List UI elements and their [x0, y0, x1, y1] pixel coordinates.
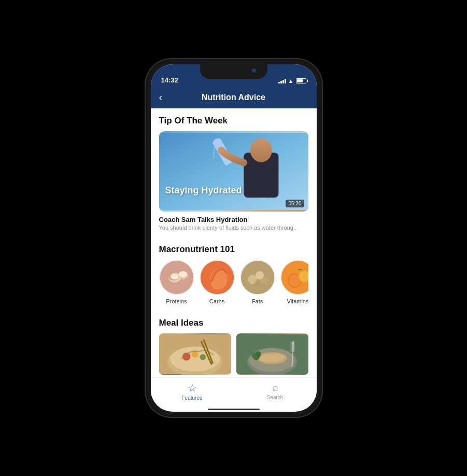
signal-icon: [278, 78, 286, 83]
status-icons: ▲: [278, 78, 306, 84]
svg-point-38: [255, 351, 261, 357]
svg-rect-0: [159, 133, 308, 210]
svg-point-18: [256, 271, 264, 279]
macro-label-fats: Fats: [252, 298, 263, 304]
macro-scroll-list: Proteins Carbs: [159, 260, 308, 306]
battery-icon: [296, 78, 306, 83]
tip-section-title: Tip Of The Week: [159, 116, 308, 126]
meal-section-title: Meal Ideas: [159, 318, 308, 328]
macro-circle-proteins: [159, 260, 194, 295]
home-indicator: [151, 409, 317, 412]
meal-section: Meal Ideas: [151, 311, 317, 377]
status-time: 14:32: [161, 76, 178, 84]
svg-point-9: [171, 273, 179, 279]
macro-item-carbs[interactable]: Carbs: [200, 260, 235, 304]
tab-search-label: Search: [267, 395, 284, 400]
tab-search[interactable]: ⌕ Search: [234, 382, 317, 401]
svg-point-10: [179, 271, 187, 277]
front-camera: [252, 68, 256, 73]
video-title: Coach Sam Talks Hydration: [159, 216, 308, 223]
meal-img-fodmap: [159, 333, 231, 375]
main-content: Tip Of The Week: [151, 108, 317, 377]
svg-point-2: [250, 138, 272, 162]
macro-label-proteins: Proteins: [166, 298, 187, 304]
macro-circle-vitamins: [280, 260, 308, 295]
phone-screen: 14:32 ▲ ‹ Nutrition Advice: [151, 64, 317, 412]
tip-section: Tip Of The Week: [151, 108, 317, 237]
meal-img-mediterranean: [236, 333, 308, 375]
tab-bar: ☆ Featured ⌕ Search: [151, 377, 317, 409]
tab-featured[interactable]: ☆ Featured: [151, 382, 234, 401]
macro-circle-fats: [240, 260, 275, 295]
meal-item-low-fodmap[interactable]: Low Fodmap: [159, 333, 231, 377]
macro-section-title: Macronutrient 101: [159, 244, 308, 255]
tab-featured-label: Featured: [181, 395, 202, 401]
featured-icon: ☆: [188, 382, 197, 394]
page-title: Nutrition Advice: [172, 93, 296, 102]
video-description: You should drink plenty of fluids such a…: [159, 225, 308, 231]
video-overlay-text: Staying Hydrated: [165, 185, 242, 196]
meal-grid: Low Fodmap: [159, 333, 308, 377]
meal-item-mediterranean[interactable]: Mediterranean: [236, 333, 308, 377]
video-meta: Coach Sam Talks Hydration You should dri…: [159, 212, 308, 233]
search-icon: ⌕: [272, 382, 278, 394]
back-button[interactable]: ‹: [159, 91, 172, 103]
macro-item-vitamins[interactable]: Vitamins: [280, 260, 308, 304]
macro-label-carbs: Carbs: [209, 298, 224, 304]
video-duration: 05:20: [286, 200, 304, 207]
svg-point-29: [200, 354, 206, 360]
svg-point-26: [170, 347, 220, 372]
video-card[interactable]: Staying Hydrated 05:20: [159, 131, 308, 212]
video-thumbnail: Staying Hydrated 05:20: [159, 131, 308, 212]
navigation-bar: ‹ Nutrition Advice: [151, 87, 317, 108]
macro-section: Macronutrient 101: [151, 237, 317, 311]
wifi-icon: ▲: [288, 78, 294, 84]
macro-circle-carbs: [200, 260, 235, 295]
phone-notch: [200, 64, 267, 79]
macro-item-fats[interactable]: Fats: [240, 260, 275, 304]
phone-frame: 14:32 ▲ ‹ Nutrition Advice: [146, 59, 322, 417]
macro-label-vitamins: Vitamins: [287, 298, 308, 304]
macro-item-proteins[interactable]: Proteins: [159, 260, 194, 304]
